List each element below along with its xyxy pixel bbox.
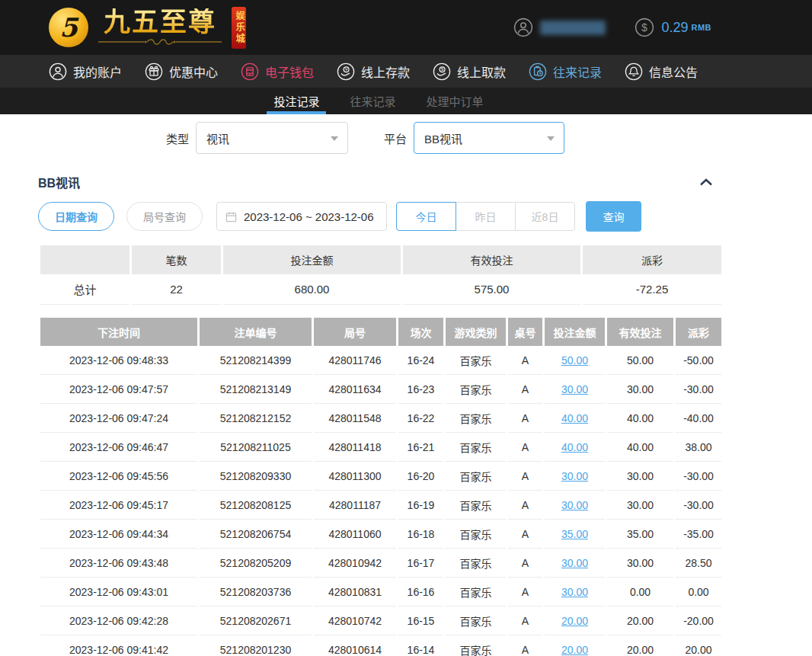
table-row: 2023-12-06 09:47:24521208212152428011548… bbox=[40, 404, 721, 433]
search-button[interactable]: 查询 bbox=[586, 201, 641, 232]
cell-valid-bet: 0.00 bbox=[607, 578, 673, 606]
cell-bet-id: 521208202671 bbox=[200, 606, 312, 635]
cell-bet-amount: 30.00 bbox=[545, 462, 605, 491]
bet-table: 下注时间注单编号局号场次游戏类别桌号投注金额有效投注派彩 2023-12-06 … bbox=[38, 318, 724, 656]
cell-bet-amount: 20.00 bbox=[545, 635, 605, 656]
cell-round-no: 428011548 bbox=[314, 404, 396, 433]
balance-currency: RMB bbox=[691, 23, 711, 32]
cell-valid-bet: 30.00 bbox=[607, 462, 673, 491]
cell-round-no: 428011418 bbox=[314, 433, 396, 462]
bet-amount-link[interactable]: 30.00 bbox=[561, 470, 588, 482]
platform-label: 平台 bbox=[384, 130, 407, 146]
summary-payout: -72.25 bbox=[583, 274, 721, 305]
cell-session: 16-17 bbox=[398, 549, 443, 578]
cell-round-no: 428010614 bbox=[314, 635, 396, 656]
cell-table-no: A bbox=[508, 520, 542, 549]
bet-amount-link[interactable]: 30.00 bbox=[561, 499, 588, 511]
bet-amount-link[interactable]: 30.00 bbox=[561, 586, 588, 598]
platform-select[interactable]: BB视讯 bbox=[414, 122, 564, 154]
cell-game-type: 百家乐 bbox=[446, 346, 506, 375]
bell-icon bbox=[625, 62, 643, 81]
date-query-button[interactable]: 日期查询 bbox=[38, 202, 114, 231]
cell-bet-time: 2023-12-06 09:41:42 bbox=[40, 635, 197, 656]
nav-e-wallet[interactable]: 电子钱包 bbox=[241, 62, 314, 81]
cell-session: 16-15 bbox=[398, 606, 443, 635]
balance-coin-icon: $ bbox=[635, 18, 654, 37]
summary-valid-bet: 575.00 bbox=[403, 274, 580, 305]
records-icon bbox=[529, 62, 547, 81]
cell-session: 16-20 bbox=[398, 462, 443, 491]
cell-valid-bet: 30.00 bbox=[607, 549, 673, 578]
summary-header-count: 笔数 bbox=[132, 245, 221, 274]
deposit-icon: ¥ bbox=[337, 62, 355, 81]
cell-table-no: A bbox=[508, 433, 542, 462]
today-button[interactable]: 今日 bbox=[396, 202, 456, 231]
nav-my-account[interactable]: 我的账户 bbox=[49, 62, 122, 81]
cell-valid-bet: 35.00 bbox=[607, 520, 673, 549]
cell-game-type: 百家乐 bbox=[446, 549, 506, 578]
cell-session: 16-22 bbox=[398, 404, 443, 433]
cell-bet-id: 521208212152 bbox=[200, 404, 312, 433]
date-range-input[interactable]: 2023-12-06 ~ 2023-12-06 bbox=[216, 202, 387, 231]
svg-text:$: $ bbox=[641, 21, 647, 34]
bet-amount-link[interactable]: 35.00 bbox=[561, 528, 588, 540]
nav-transaction-records[interactable]: 往来记录 bbox=[529, 62, 602, 81]
nav-announcements[interactable]: 信息公告 bbox=[625, 62, 698, 81]
cell-bet-id: 521208211025 bbox=[200, 433, 312, 462]
cell-round-no: 428010942 bbox=[314, 549, 396, 578]
col-header-payout: 派彩 bbox=[676, 318, 721, 346]
cell-payout: 38.00 bbox=[676, 433, 721, 462]
bet-amount-link[interactable]: 40.00 bbox=[561, 441, 588, 453]
cell-bet-amount: 30.00 bbox=[545, 491, 605, 520]
last-8-days-button[interactable]: 近8日 bbox=[515, 202, 575, 231]
nav-online-withdrawal[interactable]: $ 线上取款 bbox=[433, 62, 506, 81]
summary-count: 22 bbox=[132, 274, 221, 305]
cell-bet-amount: 40.00 bbox=[545, 433, 605, 462]
bet-amount-link[interactable]: 50.00 bbox=[561, 354, 588, 366]
col-header-bet-amount: 投注金额 bbox=[545, 318, 605, 346]
table-row: 2023-12-06 09:45:56521208209330428011300… bbox=[40, 462, 721, 491]
cell-game-type: 百家乐 bbox=[446, 433, 506, 462]
cell-bet-id: 521208206754 bbox=[200, 520, 312, 549]
col-header-round-no: 局号 bbox=[314, 318, 396, 346]
type-select[interactable]: 视讯 bbox=[196, 122, 348, 154]
cell-game-type: 百家乐 bbox=[446, 404, 506, 433]
cell-valid-bet: 40.00 bbox=[607, 404, 673, 433]
cell-session: 16-19 bbox=[398, 491, 443, 520]
cell-session: 16-14 bbox=[398, 635, 443, 656]
user-info: $ 0.29 RMB bbox=[513, 18, 711, 37]
nav-promotions[interactable]: 优惠中心 bbox=[145, 62, 218, 81]
cell-round-no: 428011746 bbox=[314, 346, 396, 375]
tab-transaction-records[interactable]: 往来记录 bbox=[347, 88, 398, 114]
chevron-down-icon bbox=[331, 136, 338, 141]
bet-amount-link[interactable]: 20.00 bbox=[561, 615, 588, 627]
cell-game-type: 百家乐 bbox=[446, 462, 506, 491]
cell-bet-time: 2023-12-06 09:43:48 bbox=[40, 549, 197, 578]
summary-bet-amount: 680.00 bbox=[223, 274, 401, 305]
wallet-icon bbox=[241, 62, 259, 81]
round-query-button[interactable]: 局号查询 bbox=[126, 202, 203, 231]
nav-online-deposit[interactable]: ¥ 线上存款 bbox=[337, 62, 410, 81]
cell-bet-id: 521208205209 bbox=[200, 549, 312, 578]
tab-processing-orders[interactable]: 处理中订单 bbox=[424, 88, 486, 114]
filter-row: 类型 视讯 平台 BB视讯 bbox=[38, 114, 719, 154]
cell-payout: -50.00 bbox=[676, 346, 721, 375]
bet-amount-link[interactable]: 20.00 bbox=[561, 644, 588, 656]
bet-amount-link[interactable]: 30.00 bbox=[561, 383, 588, 395]
cell-table-no: A bbox=[508, 346, 542, 375]
chevron-down-icon bbox=[547, 136, 555, 141]
bet-amount-link[interactable]: 30.00 bbox=[561, 557, 588, 569]
collapse-section-button[interactable] bbox=[699, 178, 713, 187]
bet-amount-link[interactable]: 40.00 bbox=[561, 412, 588, 424]
col-header-table-no: 桌号 bbox=[508, 318, 542, 346]
cell-session: 16-21 bbox=[398, 433, 443, 462]
cell-table-no: A bbox=[508, 606, 542, 635]
col-header-game-type: 游戏类别 bbox=[446, 318, 506, 346]
calendar-icon bbox=[225, 211, 237, 222]
yesterday-button[interactable]: 昨日 bbox=[456, 202, 516, 231]
tab-bet-records[interactable]: 投注记录 bbox=[271, 88, 321, 114]
brand-logo[interactable]: 5 九五至尊 娱乐城 bbox=[49, 7, 246, 49]
cell-game-type: 百家乐 bbox=[446, 375, 506, 404]
cell-table-no: A bbox=[508, 578, 542, 606]
cell-table-no: A bbox=[508, 549, 542, 578]
